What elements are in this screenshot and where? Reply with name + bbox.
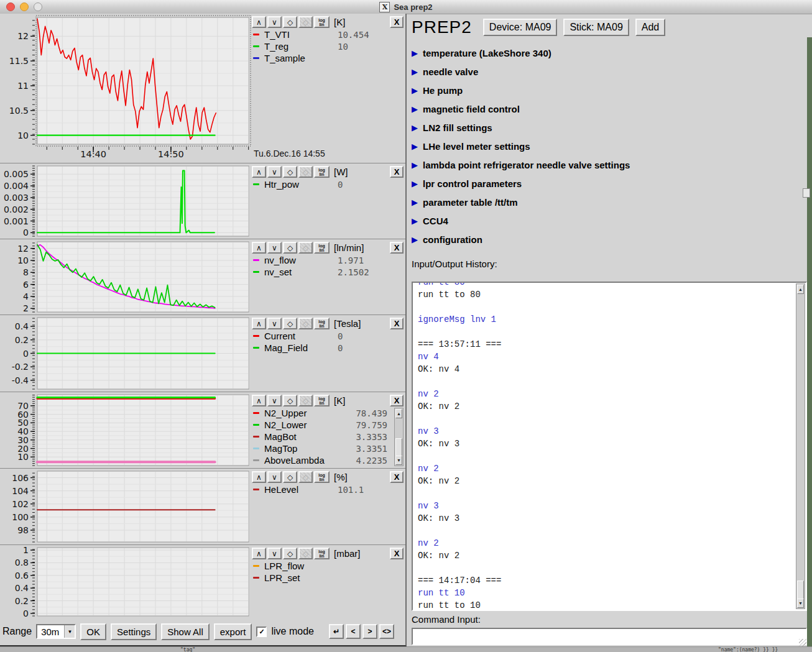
zoom-reset-icon[interactable]: ◇: [283, 548, 297, 559]
tree-expand-triangle-icon[interactable]: ▶: [412, 68, 418, 76]
zoom-disabled-icon[interactable]: ◇: [298, 318, 313, 329]
add-button[interactable]: Add: [635, 19, 665, 36]
svg-text:104: 104: [12, 486, 29, 496]
svg-text:11.5: 11.5: [9, 56, 29, 66]
log-lin-toggle-icon[interactable]: loglin: [314, 16, 330, 28]
tree-expand-triangle-icon[interactable]: ▶: [412, 180, 418, 188]
settings-button[interactable]: Settings: [111, 623, 157, 640]
zoom-disabled-icon[interactable]: ◇: [298, 395, 313, 406]
tree-item-10[interactable]: ▶configuration: [412, 230, 812, 249]
show-all-button[interactable]: Show All: [161, 623, 210, 640]
combo-arrow-icon[interactable]: ▼: [64, 625, 75, 638]
tree-expand-triangle-icon[interactable]: ▶: [412, 161, 418, 169]
scroll-up-icon[interactable]: ∧: [252, 548, 266, 559]
resize-grip[interactable]: [799, 639, 806, 646]
tree-item-7[interactable]: ▶lpr control parameters: [412, 174, 812, 193]
tree-item-9[interactable]: ▶CCU4: [412, 211, 812, 230]
scroll-down-icon[interactable]: ∨: [267, 166, 282, 178]
scroll-down-icon[interactable]: ∨: [267, 471, 282, 483]
legend-scrollbar[interactable]: ▲▼: [394, 408, 404, 466]
chart-row-he-level: 10610410210098∧∨◇◇loglin[%]XHeLevel101.1: [0, 468, 405, 544]
close-chart-icon[interactable]: X: [390, 548, 404, 559]
svg-text:0: 0: [23, 227, 29, 237]
zoom-reset-icon[interactable]: ◇: [283, 318, 297, 329]
zoom-disabled-icon[interactable]: ◇: [298, 471, 313, 483]
tree-item-4[interactable]: ▶LN2 fill settings: [412, 118, 812, 137]
close-chart-icon[interactable]: X: [390, 16, 404, 28]
device-button[interactable]: Device: MA09: [483, 19, 558, 36]
scroll-up-icon[interactable]: ∧: [252, 471, 266, 483]
tree-expand-triangle-icon[interactable]: ▶: [412, 198, 418, 206]
close-chart-icon[interactable]: X: [390, 166, 404, 178]
tree-item-3[interactable]: ▶magnetic field control: [412, 99, 812, 118]
stick-button[interactable]: Stick: MA09: [563, 19, 629, 36]
scroll-down-icon[interactable]: ∨: [267, 16, 282, 28]
scroll-down-icon[interactable]: ∨: [267, 242, 282, 254]
scroll-up-icon[interactable]: ∧: [252, 318, 266, 329]
log-lin-toggle-icon[interactable]: loglin: [314, 395, 330, 406]
scroll-up-icon[interactable]: ∧: [252, 16, 266, 28]
expand-range-icon[interactable]: <>: [379, 624, 394, 639]
scroll-down-icon[interactable]: ▼: [395, 456, 402, 465]
tree-item-6[interactable]: ▶lambda point refrigerator needle valve …: [412, 155, 812, 174]
zoom-disabled-icon[interactable]: ◇: [298, 548, 313, 559]
scroll-up-icon[interactable]: ▲: [395, 409, 402, 418]
scroll-down-icon[interactable]: ∨: [267, 318, 282, 329]
tree-expand-triangle-icon[interactable]: ▶: [412, 105, 418, 113]
range-select[interactable]: 30m ▼: [36, 624, 76, 639]
close-chart-icon[interactable]: X: [390, 471, 404, 483]
ok-button[interactable]: OK: [80, 623, 106, 640]
return-icon[interactable]: ↵: [329, 624, 344, 639]
scroll-up-icon[interactable]: ∧: [252, 395, 266, 406]
step-back-icon[interactable]: <: [346, 624, 361, 639]
close-chart-icon[interactable]: X: [390, 318, 404, 329]
tree-item-2[interactable]: ▶He pump: [412, 81, 812, 99]
zoom-disabled-icon[interactable]: ◇: [298, 166, 313, 178]
scroll-down-icon[interactable]: ∨: [267, 395, 282, 406]
export-button[interactable]: export: [214, 623, 252, 640]
tree-expand-triangle-icon[interactable]: ▶: [412, 86, 418, 94]
tree-expand-triangle-icon[interactable]: ▶: [412, 124, 418, 132]
log-lin-toggle-icon[interactable]: loglin: [314, 318, 330, 329]
title-bar[interactable]: X Sea prep2: [0, 0, 812, 14]
log-lin-toggle-icon[interactable]: loglin: [314, 471, 330, 483]
close-chart-icon[interactable]: X: [390, 395, 404, 406]
zoom-reset-icon[interactable]: ◇: [283, 16, 297, 28]
tree-item-1[interactable]: ▶needle valve: [412, 62, 812, 81]
tree-expand-triangle-icon[interactable]: ▶: [412, 142, 418, 150]
tree-item-8[interactable]: ▶parameter table /tt/tm: [412, 193, 812, 211]
scroll-down-icon[interactable]: ▼: [797, 599, 804, 608]
zoom-disabled-icon[interactable]: ◇: [298, 242, 313, 254]
tree-item-0[interactable]: ▶temperature (LakeShore 340): [412, 44, 812, 62]
step-forward-icon[interactable]: >: [362, 624, 377, 639]
tree-expand-triangle-icon[interactable]: ▶: [412, 49, 418, 57]
scroll-down-icon[interactable]: ∨: [267, 548, 282, 559]
legend-entry: LPR_set: [252, 572, 404, 584]
log-lin-toggle-icon[interactable]: loglin: [314, 166, 330, 178]
tree-expand-triangle-icon[interactable]: ▶: [412, 236, 418, 244]
log-lin-toggle-icon[interactable]: loglin: [314, 242, 330, 254]
scroll-up-icon[interactable]: ▲: [797, 285, 804, 294]
zoom-reset-icon[interactable]: ◇: [283, 471, 297, 483]
svg-text:0.002: 0.002: [4, 204, 29, 214]
zoom-disabled-icon[interactable]: ◇: [298, 16, 313, 28]
settings-tree: ▶temperature (LakeShore 340)▶needle valv…: [408, 37, 812, 249]
chart-unit-label: [ln/min]: [334, 242, 364, 253]
history-scroll-thumb[interactable]: [797, 581, 804, 599]
history-scrollbar[interactable]: ▲ ▼: [796, 283, 805, 609]
live-mode-checkbox[interactable]: ✓: [256, 627, 267, 637]
scroll-up-icon[interactable]: ∧: [252, 166, 266, 178]
svg-text:0.4: 0.4: [15, 583, 29, 593]
history-box[interactable]: run tt 80run tt to 80 ignoreMsg lnv 1 ==…: [412, 282, 807, 611]
tree-item-5[interactable]: ▶LHe level meter settings: [412, 137, 812, 155]
close-chart-icon[interactable]: X: [390, 242, 404, 254]
zoom-reset-icon[interactable]: ◇: [283, 395, 297, 406]
command-input[interactable]: [412, 628, 807, 645]
zoom-reset-icon[interactable]: ◇: [283, 242, 297, 254]
zoom-reset-icon[interactable]: ◇: [283, 166, 297, 178]
svg-text:0.001: 0.001: [4, 216, 29, 226]
x11-icon: X: [379, 2, 390, 12]
scroll-up-icon[interactable]: ∧: [252, 242, 266, 254]
log-lin-toggle-icon[interactable]: loglin: [314, 548, 330, 559]
tree-expand-triangle-icon[interactable]: ▶: [412, 217, 418, 225]
